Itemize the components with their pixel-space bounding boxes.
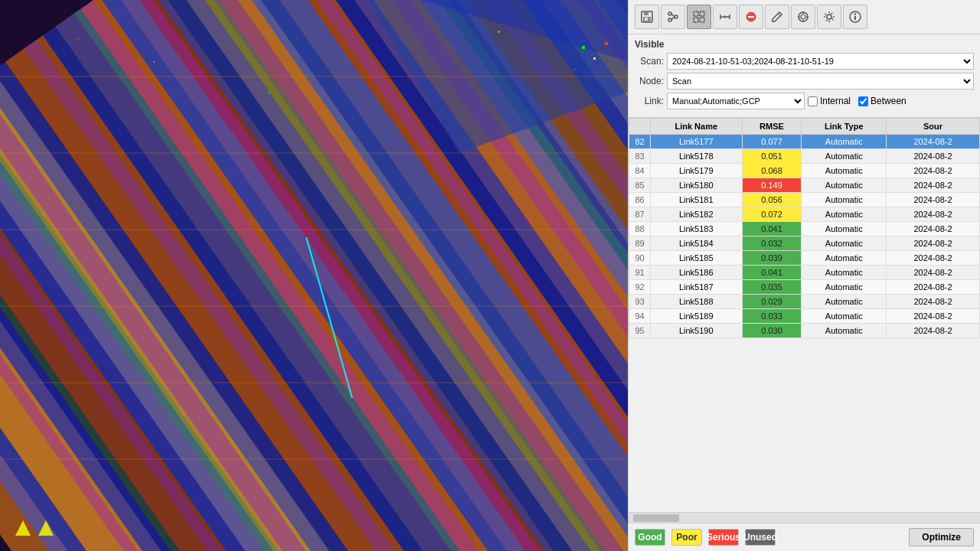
row-number: 95	[629, 324, 651, 338]
row-number: 83	[629, 149, 651, 164]
internal-checkbox[interactable]	[808, 96, 818, 106]
table-row[interactable]: 95Link51900.030Automatic2024-08-2	[629, 324, 980, 338]
row-link-name: Link5183	[651, 222, 743, 236]
col-header-linktype[interactable]: Link Type	[802, 119, 887, 135]
row-number: 86	[629, 193, 651, 207]
row-rmse: 0.149	[742, 178, 802, 193]
unused-box: Unused	[745, 529, 776, 546]
row-link-name: Link5177	[651, 135, 743, 149]
table-row[interactable]: 82Link51770.077Automatic2024-08-2	[629, 135, 980, 149]
svg-point-82	[668, 18, 671, 21]
row-number: 82	[629, 135, 651, 149]
internal-label: Internal	[820, 96, 851, 106]
row-rmse: 0.039	[742, 251, 802, 266]
minus-button[interactable]	[739, 5, 763, 29]
row-link-name: Link5181	[651, 193, 743, 207]
table-row[interactable]: 92Link51870.035Automatic2024-08-2	[629, 280, 980, 295]
internal-checkbox-label[interactable]: Internal	[808, 96, 851, 106]
table-row[interactable]: 91Link51860.041Automatic2024-08-2	[629, 266, 980, 280]
table-row[interactable]: 90Link51850.039Automatic2024-08-2	[629, 251, 980, 266]
row-number: 89	[629, 236, 651, 251]
row-link-name: Link5180	[651, 178, 743, 193]
row-rmse: 0.051	[742, 149, 802, 164]
node-select[interactable]: Scan	[667, 73, 974, 90]
link-label: Link:	[635, 96, 664, 106]
row-link-type: Automatic	[802, 135, 887, 149]
row-source: 2024-08-2	[887, 207, 980, 222]
legend-poor: Poor	[671, 529, 702, 546]
row-source: 2024-08-2	[887, 309, 980, 324]
measure-button[interactable]	[713, 5, 737, 29]
table-row[interactable]: 84Link51790.068Automatic2024-08-2	[629, 164, 980, 178]
col-header-rmse[interactable]: RMSE	[742, 119, 802, 135]
settings-button[interactable]	[817, 5, 841, 29]
scan-select[interactable]: 2024-08-21-10-51-03;2024-08-21-10-51-19	[667, 53, 974, 70]
row-rmse: 0.035	[742, 280, 802, 295]
row-number: 92	[629, 280, 651, 295]
row-number: 91	[629, 266, 651, 280]
table-row[interactable]: 85Link51800.149Automatic2024-08-2	[629, 178, 980, 193]
select-button[interactable]	[687, 5, 711, 29]
target-button[interactable]	[791, 5, 815, 29]
info-button[interactable]	[843, 5, 867, 29]
horizontal-scrollbar[interactable]	[629, 512, 980, 523]
between-checkbox-label[interactable]: Between	[858, 96, 906, 106]
svg-rect-74	[582, 46, 585, 49]
row-source: 2024-08-2	[887, 164, 980, 178]
row-rmse: 0.030	[742, 324, 802, 338]
svg-point-83	[675, 15, 678, 18]
legend-serious: Serious	[708, 529, 739, 546]
svg-rect-85	[700, 11, 704, 16]
col-header-linkname[interactable]: Link Name	[651, 119, 743, 135]
legend-good: Good	[635, 529, 665, 546]
table-row[interactable]: 94Link51890.033Automatic2024-08-2	[629, 309, 980, 324]
row-link-type: Automatic	[802, 295, 887, 309]
right-panel: Visible Scan: 2024-08-21-10-51-03;2024-0…	[628, 0, 980, 551]
svg-rect-75	[593, 57, 596, 60]
row-source: 2024-08-2	[887, 193, 980, 207]
row-number: 85	[629, 178, 651, 193]
link-row: Link: Manual;Automatic;GCP Internal Betw…	[635, 93, 974, 109]
link-button[interactable]	[661, 5, 685, 29]
table-scroll-area[interactable]: Link Name RMSE Link Type Sour 82Link5177…	[629, 118, 980, 512]
row-link-name: Link5186	[651, 266, 743, 280]
map-area[interactable]	[0, 0, 628, 551]
row-source: 2024-08-2	[887, 236, 980, 251]
svg-point-96	[801, 15, 805, 19]
row-link-name: Link5188	[651, 295, 743, 309]
row-source: 2024-08-2	[887, 251, 980, 266]
brush-button[interactable]	[765, 5, 789, 29]
row-link-type: Automatic	[802, 309, 887, 324]
link-select[interactable]: Manual;Automatic;GCP	[667, 93, 805, 109]
save-button[interactable]	[635, 5, 659, 29]
row-link-type: Automatic	[802, 222, 887, 236]
row-link-name: Link5179	[651, 164, 743, 178]
row-link-name: Link5190	[651, 324, 743, 338]
row-rmse: 0.072	[742, 207, 802, 222]
row-source: 2024-08-2	[887, 222, 980, 236]
row-link-type: Automatic	[802, 149, 887, 164]
table-row[interactable]: 93Link51880.029Automatic2024-08-2	[629, 295, 980, 309]
col-header-source[interactable]: Sour	[887, 119, 980, 135]
svg-rect-73	[574, 69, 576, 70]
checkbox-group: Internal Between	[808, 96, 906, 106]
table-row[interactable]: 89Link51840.032Automatic2024-08-2	[629, 236, 980, 251]
table-row[interactable]: 87Link51820.072Automatic2024-08-2	[629, 207, 980, 222]
row-rmse: 0.077	[742, 135, 802, 149]
row-link-type: Automatic	[802, 324, 887, 338]
row-number: 87	[629, 207, 651, 222]
table-row[interactable]: 88Link51830.041Automatic2024-08-2	[629, 222, 980, 236]
scan-label: Scan:	[635, 56, 664, 67]
row-number: 94	[629, 309, 651, 324]
row-link-name: Link5185	[651, 251, 743, 266]
row-number: 93	[629, 295, 651, 309]
optimize-button[interactable]: Optimize	[909, 528, 974, 546]
row-link-name: Link5182	[651, 207, 743, 222]
serious-box: Serious	[708, 529, 739, 546]
footer-bar: Good Poor Serious Unused Optimize	[629, 523, 980, 551]
poor-box: Poor	[671, 529, 702, 546]
between-checkbox[interactable]	[858, 96, 868, 106]
svg-point-101	[827, 15, 831, 19]
table-row[interactable]: 83Link51780.051Automatic2024-08-2	[629, 149, 980, 164]
table-row[interactable]: 86Link51810.056Automatic2024-08-2	[629, 193, 980, 207]
